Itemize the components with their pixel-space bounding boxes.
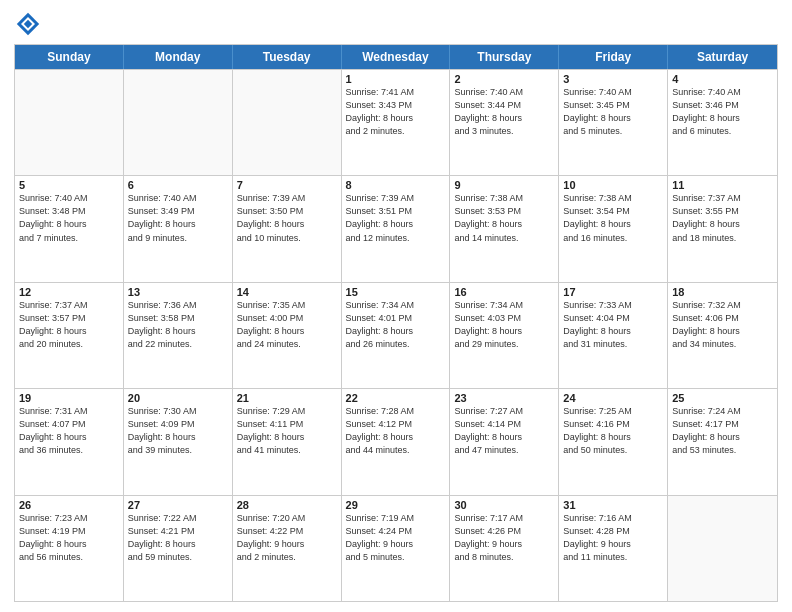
day-cell-15: 15Sunrise: 7:34 AM Sunset: 4:01 PM Dayli…	[342, 283, 451, 388]
day-info: Sunrise: 7:40 AM Sunset: 3:49 PM Dayligh…	[128, 192, 228, 244]
day-cell-3: 3Sunrise: 7:40 AM Sunset: 3:45 PM Daylig…	[559, 70, 668, 175]
day-info: Sunrise: 7:33 AM Sunset: 4:04 PM Dayligh…	[563, 299, 663, 351]
logo	[14, 10, 46, 38]
day-cell-26: 26Sunrise: 7:23 AM Sunset: 4:19 PM Dayli…	[15, 496, 124, 601]
day-info: Sunrise: 7:39 AM Sunset: 3:51 PM Dayligh…	[346, 192, 446, 244]
day-number: 5	[19, 179, 119, 191]
day-cell-10: 10Sunrise: 7:38 AM Sunset: 3:54 PM Dayli…	[559, 176, 668, 281]
day-info: Sunrise: 7:39 AM Sunset: 3:50 PM Dayligh…	[237, 192, 337, 244]
day-number: 26	[19, 499, 119, 511]
day-info: Sunrise: 7:34 AM Sunset: 4:01 PM Dayligh…	[346, 299, 446, 351]
header-day-saturday: Saturday	[668, 45, 777, 69]
calendar-row-1: 5Sunrise: 7:40 AM Sunset: 3:48 PM Daylig…	[15, 175, 777, 281]
day-cell-5: 5Sunrise: 7:40 AM Sunset: 3:48 PM Daylig…	[15, 176, 124, 281]
day-number: 3	[563, 73, 663, 85]
day-number: 28	[237, 499, 337, 511]
day-number: 31	[563, 499, 663, 511]
day-cell-29: 29Sunrise: 7:19 AM Sunset: 4:24 PM Dayli…	[342, 496, 451, 601]
calendar-row-4: 26Sunrise: 7:23 AM Sunset: 4:19 PM Dayli…	[15, 495, 777, 601]
calendar-row-3: 19Sunrise: 7:31 AM Sunset: 4:07 PM Dayli…	[15, 388, 777, 494]
day-info: Sunrise: 7:34 AM Sunset: 4:03 PM Dayligh…	[454, 299, 554, 351]
day-cell-14: 14Sunrise: 7:35 AM Sunset: 4:00 PM Dayli…	[233, 283, 342, 388]
day-number: 8	[346, 179, 446, 191]
day-number: 9	[454, 179, 554, 191]
day-cell-2: 2Sunrise: 7:40 AM Sunset: 3:44 PM Daylig…	[450, 70, 559, 175]
calendar-body: 1Sunrise: 7:41 AM Sunset: 3:43 PM Daylig…	[15, 69, 777, 601]
header-day-monday: Monday	[124, 45, 233, 69]
day-info: Sunrise: 7:17 AM Sunset: 4:26 PM Dayligh…	[454, 512, 554, 564]
page: SundayMondayTuesdayWednesdayThursdayFrid…	[0, 0, 792, 612]
day-number: 22	[346, 392, 446, 404]
empty-cell-4-6	[668, 496, 777, 601]
day-info: Sunrise: 7:38 AM Sunset: 3:54 PM Dayligh…	[563, 192, 663, 244]
day-cell-6: 6Sunrise: 7:40 AM Sunset: 3:49 PM Daylig…	[124, 176, 233, 281]
day-info: Sunrise: 7:23 AM Sunset: 4:19 PM Dayligh…	[19, 512, 119, 564]
day-number: 29	[346, 499, 446, 511]
day-number: 25	[672, 392, 773, 404]
day-info: Sunrise: 7:24 AM Sunset: 4:17 PM Dayligh…	[672, 405, 773, 457]
day-info: Sunrise: 7:40 AM Sunset: 3:45 PM Dayligh…	[563, 86, 663, 138]
header-day-wednesday: Wednesday	[342, 45, 451, 69]
day-number: 17	[563, 286, 663, 298]
day-cell-20: 20Sunrise: 7:30 AM Sunset: 4:09 PM Dayli…	[124, 389, 233, 494]
header-day-sunday: Sunday	[15, 45, 124, 69]
day-number: 11	[672, 179, 773, 191]
day-cell-22: 22Sunrise: 7:28 AM Sunset: 4:12 PM Dayli…	[342, 389, 451, 494]
header	[14, 10, 778, 38]
header-day-tuesday: Tuesday	[233, 45, 342, 69]
day-number: 20	[128, 392, 228, 404]
day-cell-13: 13Sunrise: 7:36 AM Sunset: 3:58 PM Dayli…	[124, 283, 233, 388]
day-info: Sunrise: 7:36 AM Sunset: 3:58 PM Dayligh…	[128, 299, 228, 351]
day-cell-24: 24Sunrise: 7:25 AM Sunset: 4:16 PM Dayli…	[559, 389, 668, 494]
day-number: 21	[237, 392, 337, 404]
day-info: Sunrise: 7:19 AM Sunset: 4:24 PM Dayligh…	[346, 512, 446, 564]
day-cell-8: 8Sunrise: 7:39 AM Sunset: 3:51 PM Daylig…	[342, 176, 451, 281]
day-number: 15	[346, 286, 446, 298]
day-number: 16	[454, 286, 554, 298]
day-info: Sunrise: 7:31 AM Sunset: 4:07 PM Dayligh…	[19, 405, 119, 457]
day-number: 7	[237, 179, 337, 191]
day-number: 10	[563, 179, 663, 191]
day-cell-27: 27Sunrise: 7:22 AM Sunset: 4:21 PM Dayli…	[124, 496, 233, 601]
day-info: Sunrise: 7:28 AM Sunset: 4:12 PM Dayligh…	[346, 405, 446, 457]
empty-cell-0-2	[233, 70, 342, 175]
day-number: 18	[672, 286, 773, 298]
header-day-thursday: Thursday	[450, 45, 559, 69]
day-cell-1: 1Sunrise: 7:41 AM Sunset: 3:43 PM Daylig…	[342, 70, 451, 175]
day-info: Sunrise: 7:30 AM Sunset: 4:09 PM Dayligh…	[128, 405, 228, 457]
day-number: 2	[454, 73, 554, 85]
day-number: 14	[237, 286, 337, 298]
day-info: Sunrise: 7:35 AM Sunset: 4:00 PM Dayligh…	[237, 299, 337, 351]
logo-icon	[14, 10, 42, 38]
day-number: 12	[19, 286, 119, 298]
day-cell-30: 30Sunrise: 7:17 AM Sunset: 4:26 PM Dayli…	[450, 496, 559, 601]
day-cell-17: 17Sunrise: 7:33 AM Sunset: 4:04 PM Dayli…	[559, 283, 668, 388]
day-info: Sunrise: 7:29 AM Sunset: 4:11 PM Dayligh…	[237, 405, 337, 457]
empty-cell-0-0	[15, 70, 124, 175]
day-cell-18: 18Sunrise: 7:32 AM Sunset: 4:06 PM Dayli…	[668, 283, 777, 388]
day-info: Sunrise: 7:40 AM Sunset: 3:46 PM Dayligh…	[672, 86, 773, 138]
day-number: 13	[128, 286, 228, 298]
day-number: 23	[454, 392, 554, 404]
day-number: 24	[563, 392, 663, 404]
day-cell-16: 16Sunrise: 7:34 AM Sunset: 4:03 PM Dayli…	[450, 283, 559, 388]
calendar-header: SundayMondayTuesdayWednesdayThursdayFrid…	[15, 45, 777, 69]
day-info: Sunrise: 7:20 AM Sunset: 4:22 PM Dayligh…	[237, 512, 337, 564]
day-number: 27	[128, 499, 228, 511]
day-cell-19: 19Sunrise: 7:31 AM Sunset: 4:07 PM Dayli…	[15, 389, 124, 494]
calendar-row-0: 1Sunrise: 7:41 AM Sunset: 3:43 PM Daylig…	[15, 69, 777, 175]
day-info: Sunrise: 7:25 AM Sunset: 4:16 PM Dayligh…	[563, 405, 663, 457]
day-info: Sunrise: 7:32 AM Sunset: 4:06 PM Dayligh…	[672, 299, 773, 351]
calendar: SundayMondayTuesdayWednesdayThursdayFrid…	[14, 44, 778, 602]
day-number: 30	[454, 499, 554, 511]
calendar-row-2: 12Sunrise: 7:37 AM Sunset: 3:57 PM Dayli…	[15, 282, 777, 388]
day-cell-21: 21Sunrise: 7:29 AM Sunset: 4:11 PM Dayli…	[233, 389, 342, 494]
day-number: 6	[128, 179, 228, 191]
day-cell-9: 9Sunrise: 7:38 AM Sunset: 3:53 PM Daylig…	[450, 176, 559, 281]
day-info: Sunrise: 7:37 AM Sunset: 3:57 PM Dayligh…	[19, 299, 119, 351]
day-info: Sunrise: 7:16 AM Sunset: 4:28 PM Dayligh…	[563, 512, 663, 564]
empty-cell-0-1	[124, 70, 233, 175]
day-info: Sunrise: 7:37 AM Sunset: 3:55 PM Dayligh…	[672, 192, 773, 244]
day-info: Sunrise: 7:38 AM Sunset: 3:53 PM Dayligh…	[454, 192, 554, 244]
day-info: Sunrise: 7:27 AM Sunset: 4:14 PM Dayligh…	[454, 405, 554, 457]
